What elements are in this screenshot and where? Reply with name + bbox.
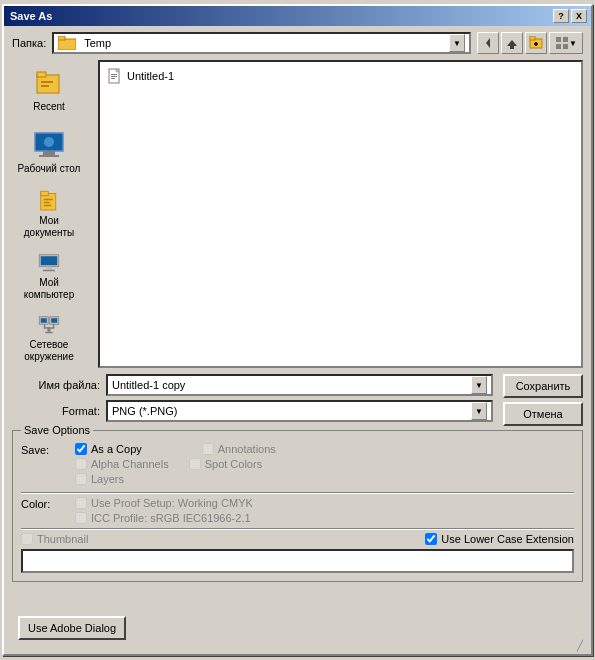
save-checkboxes-row: Save: As a Copy Annotations (21, 443, 574, 488)
svg-rect-12 (563, 44, 568, 49)
views-button[interactable]: ▼ (549, 32, 583, 54)
checkbox-icc-profile-input[interactable] (75, 512, 87, 524)
sidebar-item-computer[interactable]: Мой компьютер (12, 246, 86, 306)
svg-rect-25 (44, 202, 50, 204)
checkbox-alpha-channels-input[interactable] (75, 458, 87, 470)
svg-rect-44 (111, 78, 115, 79)
svg-rect-15 (41, 81, 53, 83)
svg-rect-29 (46, 267, 52, 270)
svg-rect-16 (41, 85, 49, 87)
checkbox-annotations[interactable]: Annotations (202, 443, 276, 455)
checkbox-annotations-label: Annotations (218, 443, 276, 455)
bottom-options-row: Thumbnail Use Lower Case Extension (21, 533, 574, 545)
checkbox-use-proof-label: Use Proof Setup: Working CMYK (91, 497, 253, 509)
checkbox-layers-input[interactable] (75, 473, 87, 485)
file-list[interactable]: Untitled-1 (98, 60, 583, 368)
file-icon (107, 68, 123, 84)
filename-dropdown-arrow[interactable]: ▼ (471, 376, 487, 394)
svg-marker-3 (507, 40, 517, 46)
checkbox-lower-case-input[interactable] (425, 533, 437, 545)
folder-icon (58, 36, 76, 50)
checkbox-thumbnail-label: Thumbnail (37, 533, 88, 545)
svg-rect-30 (43, 270, 55, 272)
views-icon (555, 36, 569, 50)
save-button[interactable]: Сохранить (503, 374, 583, 398)
filename-input[interactable]: Untitled-1 copy ▼ (106, 374, 493, 396)
sidebar-item-documents[interactable]: Мои документы (12, 184, 86, 244)
checkbox-icc-profile-label: ICC Profile: sRGB IEC61966-2.1 (91, 512, 251, 524)
folder-label: Папка: (12, 37, 46, 49)
checkbox-as-copy[interactable]: As a Copy (75, 443, 142, 455)
desktop-icon (33, 129, 65, 161)
folder-value: Temp (80, 37, 445, 49)
sidebar: Recent Рабочий стол (12, 60, 92, 368)
svg-rect-14 (37, 72, 46, 77)
help-button[interactable]: ? (553, 9, 569, 23)
cancel-button[interactable]: Отмена (503, 402, 583, 426)
sidebar-item-label-computer: Мой компьютер (15, 277, 83, 301)
checkbox-annotations-input[interactable] (202, 443, 214, 455)
checkbox-use-proof-input[interactable] (75, 497, 87, 509)
svg-rect-24 (44, 199, 53, 201)
file-item[interactable]: Untitled-1 (104, 66, 577, 86)
svg-rect-26 (44, 205, 52, 207)
window-title: Save As (10, 10, 52, 22)
svg-rect-10 (563, 37, 568, 42)
folder-dropdown-arrow[interactable]: ▼ (449, 34, 465, 52)
checkboxes-container: As a Copy Annotations Alpha Channel (75, 443, 574, 488)
checkbox-alpha-channels[interactable]: Alpha Channels (75, 458, 169, 470)
filename-value: Untitled-1 copy (112, 379, 471, 391)
divider2 (21, 528, 574, 529)
checkbox-thumbnail-input[interactable] (21, 533, 33, 545)
recent-icon (33, 67, 65, 99)
up-button[interactable] (501, 32, 523, 54)
checkbox-icc-profile[interactable]: ICC Profile: sRGB IEC61966-2.1 (75, 512, 574, 524)
format-input[interactable]: PNG (*.PNG) ▼ (106, 400, 493, 422)
title-bar-buttons: ? X (553, 9, 587, 23)
file-name: Untitled-1 (127, 70, 174, 82)
format-label: Format: (12, 405, 100, 417)
documents-icon (33, 189, 65, 213)
close-button[interactable]: X (571, 9, 587, 23)
svg-point-21 (44, 137, 54, 147)
save-as-dialog: Save As ? X Папка: Temp ▼ (2, 4, 593, 656)
format-dropdown-arrow[interactable]: ▼ (471, 402, 487, 420)
svg-rect-39 (45, 332, 53, 334)
svg-marker-2 (486, 38, 490, 48)
checkbox-alpha-channels-label: Alpha Channels (91, 458, 169, 470)
svg-rect-32 (41, 318, 47, 323)
sidebar-item-label-recent: Recent (33, 101, 65, 113)
checkbox-as-copy-label: As a Copy (91, 443, 142, 455)
folder-bar: Папка: Temp ▼ (12, 32, 583, 54)
svg-rect-0 (58, 39, 76, 50)
nav-buttons: ▼ (477, 32, 583, 54)
main-area: Recent Рабочий стол (12, 60, 583, 368)
new-folder-button[interactable] (525, 32, 547, 54)
back-button[interactable] (477, 32, 499, 54)
svg-rect-6 (530, 36, 535, 40)
checkbox-spot-colors-input[interactable] (189, 458, 201, 470)
checkbox-spot-colors[interactable]: Spot Colors (189, 458, 262, 470)
color-row: Color: Use Proof Setup: Working CMYK ICC… (21, 497, 574, 524)
sidebar-item-label-network: Сетевое окружение (15, 339, 83, 363)
checkbox-lower-case[interactable]: Use Lower Case Extension (425, 533, 574, 545)
resize-grip[interactable]: ╱ (577, 640, 589, 652)
use-adobe-dialog-button[interactable]: Use Adobe Dialog (18, 616, 126, 640)
sidebar-item-desktop[interactable]: Рабочий стол (12, 122, 86, 182)
checkbox-spot-colors-label: Spot Colors (205, 458, 262, 470)
filename-row: Имя файла: Untitled-1 copy ▼ (12, 374, 493, 396)
sidebar-item-network[interactable]: Сетевое окружение (12, 308, 86, 368)
checkbox-as-copy-input[interactable] (75, 443, 87, 455)
sidebar-item-recent[interactable]: Recent (12, 60, 86, 120)
checkbox-use-proof[interactable]: Use Proof Setup: Working CMYK (75, 497, 574, 509)
svg-rect-23 (41, 191, 49, 196)
svg-rect-1 (58, 36, 65, 40)
svg-rect-28 (41, 256, 58, 265)
color-checkboxes: Use Proof Setup: Working CMYK ICC Profil… (75, 497, 574, 524)
checkbox-layers-label: Layers (91, 473, 124, 485)
folder-combo[interactable]: Temp ▼ (52, 32, 471, 54)
checkbox-thumbnail[interactable]: Thumbnail (21, 533, 88, 545)
checkbox-lower-case-label: Use Lower Case Extension (441, 533, 574, 545)
checkbox-layers[interactable]: Layers (75, 473, 124, 485)
svg-rect-20 (39, 155, 59, 157)
